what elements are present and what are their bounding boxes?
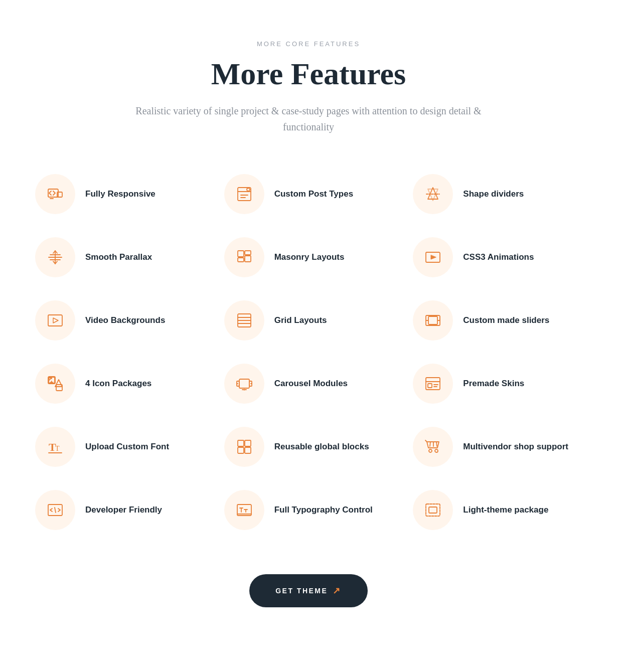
cta-arrow-icon: ↗ bbox=[333, 585, 342, 596]
videobg-icon bbox=[46, 311, 64, 329]
feature-video-backgrounds: Video Backgrounds bbox=[30, 291, 209, 350]
feature-icon-bg bbox=[413, 364, 453, 404]
feature-icon-bg bbox=[413, 174, 453, 214]
feature-developer-friendly: Developer Friendly bbox=[30, 481, 209, 539]
shop-icon bbox=[424, 438, 442, 456]
dev-icon bbox=[46, 501, 64, 519]
svg-rect-49 bbox=[238, 440, 244, 446]
get-theme-button[interactable]: GET THEME ↗ bbox=[249, 574, 368, 607]
features-grid: Fully Responsive Custom Post Types bbox=[30, 165, 587, 539]
section-label: MORE CORE FEATURES bbox=[30, 40, 587, 48]
feature-icon-packages: 4 Icon Packages bbox=[30, 355, 209, 413]
feature-icon-bg bbox=[224, 174, 264, 214]
feature-icon-bg bbox=[224, 427, 264, 467]
feature-label: 4 Icon Packages bbox=[85, 378, 151, 389]
cta-label: GET THEME bbox=[275, 587, 328, 595]
post-icon bbox=[235, 185, 253, 203]
animation-icon bbox=[424, 248, 442, 266]
feature-label: Custom Post Types bbox=[274, 189, 353, 200]
section-subtitle: Realistic variety of single project & ca… bbox=[133, 103, 484, 135]
feature-icon-bg bbox=[413, 237, 453, 277]
lighttheme-icon bbox=[424, 501, 442, 519]
feature-label: Carousel Modules bbox=[274, 378, 348, 389]
feature-multivendor: Multivendor shop support bbox=[408, 418, 587, 476]
svg-point-53 bbox=[429, 449, 432, 452]
feature-label: Premade Skins bbox=[463, 378, 524, 389]
svg-rect-36 bbox=[239, 379, 249, 388]
grid-icon bbox=[235, 311, 253, 329]
svg-line-60 bbox=[55, 508, 56, 513]
feature-label: Fully Responsive bbox=[85, 189, 156, 200]
feature-shape-dividers: Shape dividers bbox=[408, 165, 587, 223]
feature-grid-layouts: Grid Layouts bbox=[219, 291, 398, 350]
slider-icon bbox=[424, 311, 442, 329]
svg-rect-4 bbox=[238, 188, 251, 201]
feature-custom-sliders: Custom made sliders bbox=[408, 291, 587, 350]
svg-rect-22 bbox=[48, 315, 62, 326]
feature-icon-bg bbox=[35, 490, 75, 530]
svg-point-6 bbox=[247, 188, 250, 191]
svg-point-54 bbox=[435, 449, 438, 452]
carousel-icon bbox=[235, 375, 253, 393]
feature-label: Video Backgrounds bbox=[85, 315, 165, 326]
feature-label: Multivendor shop support bbox=[463, 441, 568, 452]
page-wrapper: MORE CORE FEATURES More Features Realist… bbox=[0, 0, 617, 647]
feature-label: Full Typography Control bbox=[274, 505, 373, 516]
feature-icon-bg bbox=[413, 490, 453, 530]
svg-marker-21 bbox=[431, 255, 436, 259]
feature-label: Developer Friendly bbox=[85, 505, 162, 516]
svg-line-55 bbox=[425, 440, 427, 442]
feature-icon-bg bbox=[35, 174, 75, 214]
feature-icon-bg bbox=[35, 300, 75, 341]
feature-label: Grid Layouts bbox=[274, 315, 327, 326]
masonry-icon bbox=[235, 248, 253, 266]
svg-rect-52 bbox=[245, 447, 251, 453]
feature-icon-bg bbox=[224, 237, 264, 277]
feature-fully-responsive: Fully Responsive bbox=[30, 165, 209, 223]
feature-carousel-modules: Carousel Modules bbox=[219, 355, 398, 413]
svg-text:T: T bbox=[55, 445, 60, 452]
svg-rect-51 bbox=[238, 447, 244, 453]
feature-upload-font: T T Upload Custom Font bbox=[30, 418, 209, 476]
feature-icon-bg bbox=[35, 237, 75, 277]
skins-icon bbox=[424, 375, 442, 393]
section-title: More Features bbox=[30, 57, 587, 91]
feature-masonry-layouts: Masonry Layouts bbox=[219, 228, 398, 286]
svg-rect-68 bbox=[429, 507, 437, 513]
feature-css3-animations: CSS3 Animations bbox=[408, 228, 587, 286]
feature-label: Reusable global blocks bbox=[274, 441, 369, 452]
feature-icon-bg bbox=[413, 427, 453, 467]
feature-icon-bg: T T bbox=[35, 427, 75, 467]
font-icon: T T bbox=[46, 438, 64, 456]
svg-rect-31 bbox=[428, 316, 437, 324]
typography-icon bbox=[235, 501, 253, 519]
svg-marker-23 bbox=[53, 318, 58, 323]
feature-label: Custom made sliders bbox=[463, 315, 549, 326]
feature-light-theme: Light-theme package bbox=[408, 481, 587, 539]
feature-typography: Full Typography Control bbox=[219, 481, 398, 539]
feature-premade-skins: Premade Skins bbox=[408, 355, 587, 413]
feature-icon-bg bbox=[224, 490, 264, 530]
parallax-icon bbox=[46, 248, 64, 266]
feature-icon-bg bbox=[224, 300, 264, 341]
svg-rect-16 bbox=[238, 251, 244, 257]
svg-rect-17 bbox=[245, 251, 251, 255]
feature-label: CSS3 Animations bbox=[463, 252, 534, 263]
svg-line-58 bbox=[436, 442, 437, 446]
feature-custom-post-types: Custom Post Types bbox=[219, 165, 398, 223]
feature-icon-bg bbox=[35, 364, 75, 404]
feature-icon-bg bbox=[413, 300, 453, 341]
svg-rect-50 bbox=[245, 440, 251, 446]
svg-rect-19 bbox=[245, 256, 251, 262]
svg-point-40 bbox=[243, 389, 245, 391]
feature-label: Light-theme package bbox=[463, 505, 548, 516]
responsive-icon bbox=[46, 185, 64, 203]
feature-label: Smooth Parallax bbox=[85, 252, 152, 263]
feature-label: Shape dividers bbox=[463, 189, 524, 200]
icons-icon bbox=[46, 375, 64, 393]
feature-reusable-blocks: Reusable global blocks bbox=[219, 418, 398, 476]
feature-smooth-parallax: Smooth Parallax bbox=[30, 228, 209, 286]
svg-rect-43 bbox=[428, 384, 432, 388]
feature-label: Upload Custom Font bbox=[85, 441, 169, 452]
svg-rect-67 bbox=[426, 504, 440, 516]
